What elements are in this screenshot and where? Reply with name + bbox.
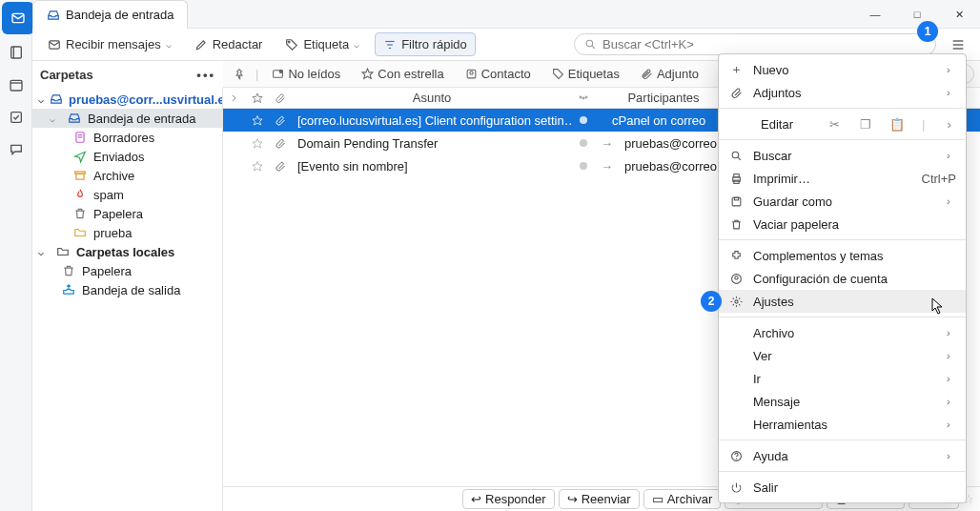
pin-icon[interactable] bbox=[229, 68, 250, 81]
star-icon[interactable] bbox=[246, 132, 269, 154]
svg-point-31 bbox=[585, 96, 587, 98]
account-icon bbox=[728, 273, 744, 285]
menu-label: Ayuda bbox=[753, 449, 937, 463]
col-participants[interactable]: Participantes bbox=[606, 88, 721, 108]
star-icon[interactable] bbox=[246, 109, 269, 132]
search-input[interactable]: Buscar <Ctrl+K> bbox=[574, 33, 936, 55]
app-menu-button[interactable] bbox=[944, 37, 972, 52]
folder-inbox[interactable]: ⌵ Bandeja de entrada bbox=[32, 109, 222, 128]
menu-print[interactable]: Imprimir… Ctrl+P bbox=[719, 167, 966, 190]
help-icon bbox=[728, 450, 744, 462]
rail-calendar-icon[interactable] bbox=[0, 69, 32, 101]
message-participants: pruebas@correo. bbox=[619, 132, 733, 154]
menu-edit-label: Editar bbox=[761, 117, 793, 132]
folder-archive[interactable]: Archive bbox=[32, 166, 222, 185]
minimize-button[interactable]: — bbox=[854, 0, 896, 29]
folder-prueba[interactable]: prueba bbox=[32, 223, 222, 242]
folder-label: Borradores bbox=[93, 131, 154, 145]
message-subject: [Evento sin nombre] bbox=[292, 154, 572, 177]
spam-icon bbox=[72, 188, 88, 201]
tab-inbox[interactable]: Bandeja de entrada bbox=[32, 0, 188, 29]
folder-menu-icon[interactable]: ••• bbox=[196, 68, 215, 82]
menu-tools[interactable]: Herramientas› bbox=[719, 413, 966, 436]
filter-tags[interactable]: Etiquetas bbox=[544, 64, 627, 84]
rail-chat-icon[interactable] bbox=[0, 133, 32, 166]
callout-badge-1: 1 bbox=[917, 21, 938, 42]
filter-starred[interactable]: Con estrella bbox=[354, 64, 451, 84]
col-thread-icon[interactable] bbox=[223, 88, 246, 108]
inbox-icon bbox=[67, 112, 82, 125]
menu-help[interactable]: Ayuda › bbox=[719, 444, 966, 467]
svg-line-12 bbox=[592, 46, 595, 49]
menu-file[interactable]: Archivo› bbox=[719, 321, 966, 344]
cut-icon[interactable]: ✂ bbox=[827, 117, 842, 132]
menu-attachments[interactable]: Adjuntos › bbox=[719, 81, 966, 104]
filter-unread[interactable]: No leídos bbox=[264, 64, 348, 84]
menu-settings[interactable]: Ajustes bbox=[719, 290, 966, 313]
menu-message[interactable]: Mensaje› bbox=[719, 390, 966, 413]
local-folders-row[interactable]: ⌵ Carpetas locales bbox=[32, 242, 222, 261]
menu-go[interactable]: Ir› bbox=[719, 367, 966, 390]
archive-button[interactable]: ▭Archivar bbox=[643, 489, 722, 509]
filter-label: No leídos bbox=[288, 67, 340, 81]
rail-mail-icon[interactable] bbox=[2, 2, 34, 34]
rail-tasks-icon[interactable] bbox=[0, 101, 32, 133]
menu-account-settings[interactable]: Configuración de cuenta bbox=[719, 267, 966, 290]
rail-addressbook-icon[interactable] bbox=[0, 36, 32, 69]
copy-icon[interactable]: ❐ bbox=[859, 117, 873, 132]
col-attachment-icon[interactable] bbox=[269, 88, 292, 108]
col-subject[interactable]: Asunto bbox=[292, 88, 572, 108]
svg-rect-41 bbox=[734, 197, 738, 200]
attachment-icon bbox=[269, 109, 292, 132]
menu-view[interactable]: Ver› bbox=[719, 344, 966, 367]
star-icon[interactable] bbox=[246, 154, 269, 177]
menu-exit[interactable]: Salir bbox=[719, 476, 966, 499]
folder-label: Archive bbox=[93, 169, 134, 183]
message-subject: Domain Pending Transfer bbox=[292, 132, 572, 154]
write-button[interactable]: Redactar bbox=[187, 33, 271, 55]
message-subject: [correo.lucusvirtual.es] Client configur… bbox=[292, 109, 572, 132]
folders-header: Carpetas ••• bbox=[32, 61, 223, 88]
menu-save-as[interactable]: Guardar como › bbox=[719, 190, 966, 213]
account-row[interactable]: ⌵ pruebas@corr...usvirtual.es bbox=[32, 90, 222, 109]
svg-point-22 bbox=[280, 70, 283, 72]
col-star-icon[interactable] bbox=[246, 88, 269, 108]
chevron-right-icon: › bbox=[947, 419, 956, 430]
svg-marker-32 bbox=[253, 115, 262, 125]
filter-contact[interactable]: Contacto bbox=[458, 64, 539, 84]
reply-button[interactable]: ↩Responder bbox=[462, 489, 555, 509]
folder-drafts[interactable]: Borradores bbox=[32, 128, 222, 147]
svg-marker-34 bbox=[253, 161, 262, 171]
account-label: pruebas@corr...usvirtual.es bbox=[69, 92, 223, 107]
filter-attachment[interactable]: Adjunto bbox=[633, 64, 706, 84]
menu-label: Vaciar papelera bbox=[753, 217, 956, 232]
tag-button[interactable]: Etiqueta ⌵ bbox=[277, 33, 367, 55]
folder-outbox[interactable]: Bandeja de salida bbox=[32, 280, 222, 299]
menu-search[interactable]: Buscar › bbox=[719, 144, 966, 167]
chevron-right-icon[interactable]: › bbox=[942, 117, 956, 132]
callout-badge-2: 2 bbox=[701, 291, 722, 312]
menu-empty-trash[interactable]: Vaciar papelera bbox=[719, 213, 966, 235]
folder-local-trash[interactable]: Papelera bbox=[32, 261, 222, 280]
get-messages-button[interactable]: Recibir mensajes ⌵ bbox=[40, 33, 179, 55]
folder-sent[interactable]: Enviados bbox=[32, 147, 222, 166]
quick-filter-button[interactable]: Filtro rápido bbox=[375, 32, 476, 56]
menu-addons[interactable]: Complementos y temas bbox=[719, 244, 966, 267]
col-junk-icon[interactable] bbox=[572, 88, 595, 108]
svg-point-29 bbox=[582, 97, 584, 99]
folder-label: Bandeja de entrada bbox=[88, 112, 195, 126]
svg-rect-38 bbox=[733, 174, 738, 176]
menu-new[interactable]: ＋ Nuevo › bbox=[719, 58, 966, 81]
folder-spam[interactable]: spam bbox=[32, 185, 222, 204]
paste-icon[interactable]: 📋 bbox=[889, 117, 905, 132]
left-rail bbox=[0, 0, 32, 511]
close-button[interactable]: ✕ bbox=[938, 0, 980, 29]
window-controls: — □ ✕ bbox=[854, 0, 980, 29]
svg-point-44 bbox=[734, 299, 737, 302]
folder-trash[interactable]: Papelera bbox=[32, 204, 222, 223]
forward-icon: ↪ bbox=[567, 492, 578, 506]
menu-shortcut: Ctrl+P bbox=[922, 172, 956, 186]
chevron-down-icon: ⌵ bbox=[38, 247, 50, 257]
search-icon bbox=[584, 38, 597, 51]
forward-button[interactable]: ↪Reenviar bbox=[559, 489, 640, 509]
